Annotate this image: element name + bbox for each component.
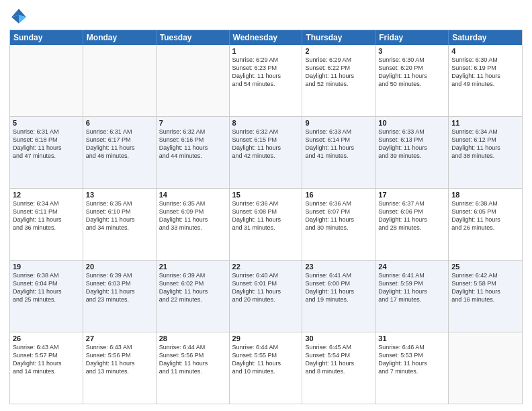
day-number: 18 [451, 191, 519, 199]
calendar-cell-r2c6: 18Sunrise: 6:38 AM Sunset: 6:05 PM Dayli… [449, 189, 522, 260]
calendar-cell-r2c2: 14Sunrise: 6:35 AM Sunset: 6:09 PM Dayli… [157, 189, 230, 260]
day-info: Sunrise: 6:30 AM Sunset: 6:19 PM Dayligh… [451, 56, 519, 89]
calendar-cell-r3c1: 20Sunrise: 6:39 AM Sunset: 6:03 PM Dayli… [83, 261, 157, 332]
calendar-row-4: 26Sunrise: 6:43 AM Sunset: 5:57 PM Dayli… [10, 332, 522, 404]
day-number: 1 [232, 47, 300, 55]
day-info: Sunrise: 6:31 AM Sunset: 6:18 PM Dayligh… [13, 128, 80, 161]
day-number: 9 [305, 119, 372, 127]
calendar-cell-r2c3: 15Sunrise: 6:36 AM Sunset: 6:08 PM Dayli… [230, 189, 303, 260]
day-number: 14 [159, 191, 226, 199]
header-day-monday: Monday [83, 30, 157, 45]
calendar-cell-r1c4: 9Sunrise: 6:33 AM Sunset: 6:14 PM Daylig… [302, 117, 375, 188]
calendar-cell-r0c6: 4Sunrise: 6:30 AM Sunset: 6:19 PM Daylig… [449, 45, 522, 116]
day-info: Sunrise: 6:40 AM Sunset: 6:01 PM Dayligh… [232, 271, 300, 304]
day-number: 30 [305, 334, 372, 342]
day-info: Sunrise: 6:39 AM Sunset: 6:03 PM Dayligh… [86, 271, 153, 304]
day-number: 13 [86, 191, 153, 199]
day-number: 29 [232, 334, 300, 342]
day-number: 19 [13, 263, 80, 271]
calendar-cell-r3c5: 24Sunrise: 6:41 AM Sunset: 5:59 PM Dayli… [375, 261, 449, 332]
calendar-cell-r1c6: 11Sunrise: 6:34 AM Sunset: 6:12 PM Dayli… [449, 117, 522, 188]
calendar-cell-r3c4: 23Sunrise: 6:41 AM Sunset: 6:00 PM Dayli… [302, 261, 375, 332]
day-info: Sunrise: 6:35 AM Sunset: 6:10 PM Dayligh… [86, 199, 153, 232]
day-info: Sunrise: 6:41 AM Sunset: 6:00 PM Dayligh… [305, 271, 372, 304]
day-info: Sunrise: 6:29 AM Sunset: 6:22 PM Dayligh… [305, 56, 372, 89]
day-number: 24 [378, 263, 445, 271]
calendar-header: SundayMondayTuesdayWednesdayThursdayFrid… [10, 30, 522, 45]
day-info: Sunrise: 6:29 AM Sunset: 6:23 PM Dayligh… [232, 56, 300, 89]
day-info: Sunrise: 6:38 AM Sunset: 6:05 PM Dayligh… [451, 199, 519, 232]
calendar: SundayMondayTuesdayWednesdayThursdayFrid… [9, 30, 523, 404]
calendar-cell-r3c3: 22Sunrise: 6:40 AM Sunset: 6:01 PM Dayli… [230, 261, 303, 332]
day-number: 6 [86, 119, 153, 127]
day-number: 5 [13, 119, 80, 127]
day-number: 12 [13, 191, 80, 199]
day-number: 22 [232, 263, 300, 271]
day-number: 7 [159, 119, 226, 127]
calendar-cell-r1c3: 8Sunrise: 6:32 AM Sunset: 6:15 PM Daylig… [230, 117, 303, 188]
calendar-cell-r4c6 [449, 332, 522, 404]
header-day-wednesday: Wednesday [230, 30, 303, 45]
calendar-cell-r3c6: 25Sunrise: 6:42 AM Sunset: 5:58 PM Dayli… [449, 261, 522, 332]
day-number: 10 [378, 119, 445, 127]
calendar-cell-r1c1: 6Sunrise: 6:31 AM Sunset: 6:17 PM Daylig… [83, 117, 157, 188]
day-number: 16 [305, 191, 372, 199]
day-number: 15 [232, 191, 300, 199]
page: SundayMondayTuesdayWednesdayThursdayFrid… [0, 0, 532, 411]
day-number: 2 [305, 47, 372, 55]
day-number: 25 [451, 263, 519, 271]
calendar-cell-r1c0: 5Sunrise: 6:31 AM Sunset: 6:18 PM Daylig… [10, 117, 83, 188]
calendar-cell-r2c0: 12Sunrise: 6:34 AM Sunset: 6:11 PM Dayli… [10, 189, 83, 260]
day-number: 27 [86, 334, 153, 342]
calendar-cell-r3c0: 19Sunrise: 6:38 AM Sunset: 6:04 PM Dayli… [10, 261, 83, 332]
day-info: Sunrise: 6:34 AM Sunset: 6:12 PM Dayligh… [451, 128, 519, 161]
day-number: 3 [378, 47, 445, 55]
day-number: 17 [378, 191, 445, 199]
day-info: Sunrise: 6:32 AM Sunset: 6:16 PM Dayligh… [159, 128, 226, 161]
day-info: Sunrise: 6:39 AM Sunset: 6:02 PM Dayligh… [159, 271, 226, 304]
header-day-saturday: Saturday [449, 30, 522, 45]
calendar-cell-r2c1: 13Sunrise: 6:35 AM Sunset: 6:10 PM Dayli… [83, 189, 157, 260]
calendar-cell-r2c5: 17Sunrise: 6:37 AM Sunset: 6:06 PM Dayli… [375, 189, 449, 260]
calendar-cell-r0c0 [10, 45, 83, 116]
calendar-body: 1Sunrise: 6:29 AM Sunset: 6:23 PM Daylig… [10, 45, 522, 404]
day-info: Sunrise: 6:36 AM Sunset: 6:08 PM Dayligh… [232, 199, 300, 232]
day-info: Sunrise: 6:37 AM Sunset: 6:06 PM Dayligh… [378, 199, 445, 232]
day-info: Sunrise: 6:44 AM Sunset: 5:55 PM Dayligh… [232, 343, 300, 376]
day-number: 8 [232, 119, 300, 127]
calendar-cell-r0c2 [157, 45, 230, 116]
calendar-cell-r0c3: 1Sunrise: 6:29 AM Sunset: 6:23 PM Daylig… [230, 45, 303, 116]
day-info: Sunrise: 6:38 AM Sunset: 6:04 PM Dayligh… [13, 271, 80, 304]
calendar-row-3: 19Sunrise: 6:38 AM Sunset: 6:04 PM Dayli… [10, 261, 522, 332]
calendar-cell-r0c1 [83, 45, 157, 116]
header [9, 7, 523, 26]
day-number: 28 [159, 334, 226, 342]
header-day-friday: Friday [375, 30, 449, 45]
header-day-tuesday: Tuesday [157, 30, 230, 45]
day-info: Sunrise: 6:42 AM Sunset: 5:58 PM Dayligh… [451, 271, 519, 304]
day-info: Sunrise: 6:43 AM Sunset: 5:57 PM Dayligh… [13, 343, 80, 376]
day-number: 31 [378, 334, 445, 342]
day-info: Sunrise: 6:34 AM Sunset: 6:11 PM Dayligh… [13, 199, 80, 232]
day-info: Sunrise: 6:44 AM Sunset: 5:56 PM Dayligh… [159, 343, 226, 376]
day-info: Sunrise: 6:36 AM Sunset: 6:07 PM Dayligh… [305, 199, 372, 232]
calendar-cell-r1c2: 7Sunrise: 6:32 AM Sunset: 6:16 PM Daylig… [157, 117, 230, 188]
header-day-thursday: Thursday [302, 30, 375, 45]
day-info: Sunrise: 6:30 AM Sunset: 6:20 PM Dayligh… [378, 56, 445, 89]
calendar-cell-r3c2: 21Sunrise: 6:39 AM Sunset: 6:02 PM Dayli… [157, 261, 230, 332]
day-info: Sunrise: 6:46 AM Sunset: 5:53 PM Dayligh… [378, 343, 445, 376]
header-day-sunday: Sunday [10, 30, 83, 45]
calendar-cell-r4c0: 26Sunrise: 6:43 AM Sunset: 5:57 PM Dayli… [10, 332, 83, 404]
day-number: 23 [305, 263, 372, 271]
calendar-cell-r0c5: 3Sunrise: 6:30 AM Sunset: 6:20 PM Daylig… [375, 45, 449, 116]
day-info: Sunrise: 6:35 AM Sunset: 6:09 PM Dayligh… [159, 199, 226, 232]
day-number: 20 [86, 263, 153, 271]
day-number: 21 [159, 263, 226, 271]
day-number: 4 [451, 47, 519, 55]
logo-icon [9, 7, 28, 26]
calendar-cell-r4c5: 31Sunrise: 6:46 AM Sunset: 5:53 PM Dayli… [375, 332, 449, 404]
calendar-cell-r4c3: 29Sunrise: 6:44 AM Sunset: 5:55 PM Dayli… [230, 332, 303, 404]
calendar-cell-r4c4: 30Sunrise: 6:45 AM Sunset: 5:54 PM Dayli… [302, 332, 375, 404]
calendar-cell-r4c2: 28Sunrise: 6:44 AM Sunset: 5:56 PM Dayli… [157, 332, 230, 404]
day-number: 26 [13, 334, 80, 342]
